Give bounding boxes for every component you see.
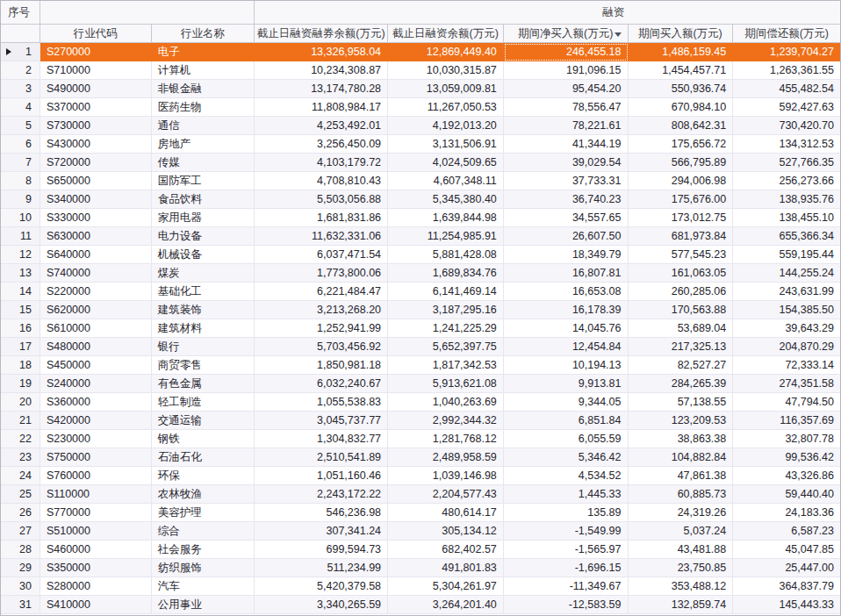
table-row[interactable]: 8S650000国防军工4,708,810.434,607,348.1137,7… bbox=[1, 172, 840, 190]
row-index-cell[interactable]: 29 bbox=[1, 559, 40, 577]
value-cell[interactable]: 364,837.79 bbox=[733, 577, 840, 596]
value-cell[interactable]: 154,385.50 bbox=[733, 301, 840, 319]
row-index-cell[interactable]: 4 bbox=[1, 98, 40, 117]
value-cell[interactable]: -1,565.97 bbox=[504, 541, 629, 559]
value-cell[interactable]: 14,045.76 bbox=[504, 319, 629, 338]
column-header-financing-balance[interactable]: 截止日融资余额(万元) bbox=[388, 25, 504, 43]
value-cell[interactable]: 699,594.73 bbox=[255, 541, 388, 559]
value-cell[interactable]: 5,345,380.40 bbox=[388, 190, 504, 209]
industry-name-cell[interactable]: 石油石化 bbox=[152, 448, 255, 467]
value-cell[interactable]: 1,304,832.77 bbox=[255, 430, 388, 448]
value-cell[interactable]: 5,881,428.08 bbox=[388, 246, 504, 264]
value-cell[interactable]: 307,341.24 bbox=[255, 522, 388, 541]
industry-code-cell[interactable]: S450000 bbox=[40, 356, 152, 375]
industry-code-cell[interactable]: S220000 bbox=[40, 283, 152, 301]
industry-name-cell[interactable]: 国防军工 bbox=[152, 172, 255, 190]
industry-code-cell[interactable]: S430000 bbox=[40, 135, 152, 154]
index-column-header[interactable]: 序号 bbox=[1, 1, 40, 25]
industry-name-cell[interactable]: 基础化工 bbox=[152, 283, 255, 301]
column-header-buy[interactable]: 期间买入额(万元) bbox=[629, 25, 734, 43]
value-cell[interactable]: 144,255.24 bbox=[733, 264, 840, 283]
value-cell[interactable]: 191,096.15 bbox=[504, 61, 629, 80]
industry-name-cell[interactable]: 钢铁 bbox=[152, 430, 255, 448]
value-cell[interactable]: 99,536.42 bbox=[733, 448, 840, 467]
row-index-cell[interactable]: 25 bbox=[1, 485, 40, 504]
value-cell[interactable]: 11,632,331.06 bbox=[255, 227, 388, 246]
value-cell[interactable]: 3,256,450.09 bbox=[255, 135, 388, 154]
value-cell[interactable]: -12,583.59 bbox=[504, 596, 629, 614]
value-cell[interactable]: 2,510,541.89 bbox=[255, 448, 388, 467]
industry-name-cell[interactable]: 通信 bbox=[152, 117, 255, 135]
value-cell[interactable]: -1,549.99 bbox=[504, 522, 629, 541]
value-cell[interactable]: 116,357.69 bbox=[733, 412, 840, 430]
industry-code-cell[interactable]: S610000 bbox=[40, 319, 152, 338]
value-cell[interactable]: 37,733.31 bbox=[504, 172, 629, 190]
industry-name-cell[interactable]: 电子 bbox=[152, 43, 255, 61]
value-cell[interactable]: 10,030,315.87 bbox=[388, 61, 504, 80]
value-cell[interactable]: 6,851.84 bbox=[504, 412, 629, 430]
row-index-cell[interactable]: 9 bbox=[1, 190, 40, 209]
value-cell[interactable]: 246,455.18 bbox=[504, 43, 629, 61]
value-cell[interactable]: 1,445.33 bbox=[504, 485, 629, 504]
value-cell[interactable]: 39,643.29 bbox=[733, 319, 840, 338]
value-cell[interactable]: 13,174,780.28 bbox=[255, 80, 388, 98]
value-cell[interactable]: 1,773,800.06 bbox=[255, 264, 388, 283]
value-cell[interactable]: 24,183.36 bbox=[733, 504, 840, 522]
value-cell[interactable]: 161,063.05 bbox=[629, 264, 734, 283]
value-cell[interactable]: 10,194.13 bbox=[504, 356, 629, 375]
value-cell[interactable]: 5,913,621.08 bbox=[388, 375, 504, 393]
value-cell[interactable]: 1,040,263.69 bbox=[388, 393, 504, 412]
industry-code-cell[interactable]: S340000 bbox=[40, 190, 152, 209]
row-index-cell[interactable]: 8 bbox=[1, 172, 40, 190]
table-row[interactable]: 13S740000煤炭1,773,800.061,689,834.7616,80… bbox=[1, 264, 840, 283]
industry-code-cell[interactable]: S730000 bbox=[40, 117, 152, 135]
value-cell[interactable]: 1,039,146.98 bbox=[388, 467, 504, 485]
value-cell[interactable]: 47,861.38 bbox=[629, 467, 734, 485]
industry-name-cell[interactable]: 公用事业 bbox=[152, 596, 255, 614]
value-cell[interactable]: 132,859.74 bbox=[629, 596, 734, 614]
value-cell[interactable]: 1,281,768.12 bbox=[388, 430, 504, 448]
value-cell[interactable]: 559,195.44 bbox=[733, 246, 840, 264]
value-cell[interactable]: 260,285.06 bbox=[629, 283, 734, 301]
industry-name-cell[interactable]: 有色金属 bbox=[152, 375, 255, 393]
value-cell[interactable]: 78,221.61 bbox=[504, 117, 629, 135]
sort-descending-icon[interactable] bbox=[615, 32, 622, 37]
industry-name-cell[interactable]: 房地产 bbox=[152, 135, 255, 154]
value-cell[interactable]: 47,794.50 bbox=[733, 393, 840, 412]
value-cell[interactable]: 5,346.42 bbox=[504, 448, 629, 467]
value-cell[interactable]: 16,653.08 bbox=[504, 283, 629, 301]
value-cell[interactable]: 39,029.54 bbox=[504, 154, 629, 172]
table-row[interactable]: 31S410000公用事业3,340,265.593,264,201.40-12… bbox=[1, 596, 840, 614]
value-cell[interactable]: 43,481.88 bbox=[629, 541, 734, 559]
value-cell[interactable]: 104,882.84 bbox=[629, 448, 734, 467]
industry-code-cell[interactable]: S410000 bbox=[40, 596, 152, 614]
value-cell[interactable]: 592,427.63 bbox=[733, 98, 840, 117]
value-cell[interactable]: 26,607.50 bbox=[504, 227, 629, 246]
value-cell[interactable]: 3,213,268.20 bbox=[255, 301, 388, 319]
industry-code-cell[interactable]: S710000 bbox=[40, 61, 152, 80]
value-cell[interactable]: 6,032,240.67 bbox=[255, 375, 388, 393]
industry-name-cell[interactable]: 家用电器 bbox=[152, 209, 255, 227]
industry-code-cell[interactable]: S620000 bbox=[40, 301, 152, 319]
industry-name-cell[interactable]: 传媒 bbox=[152, 154, 255, 172]
industry-name-cell[interactable]: 农林牧渔 bbox=[152, 485, 255, 504]
value-cell[interactable]: 34,557.65 bbox=[504, 209, 629, 227]
value-cell[interactable]: 1,239,704.27 bbox=[733, 43, 840, 61]
industry-code-cell[interactable]: S650000 bbox=[40, 172, 152, 190]
value-cell[interactable]: 1,241,225.29 bbox=[388, 319, 504, 338]
value-cell[interactable]: 5,037.24 bbox=[629, 522, 734, 541]
value-cell[interactable]: 243,631.99 bbox=[733, 283, 840, 301]
industry-code-cell[interactable]: S370000 bbox=[40, 98, 152, 117]
industry-name-cell[interactable]: 食品饮料 bbox=[152, 190, 255, 209]
value-cell[interactable]: 13,326,958.04 bbox=[255, 43, 388, 61]
industry-name-cell[interactable]: 非银金融 bbox=[152, 80, 255, 98]
value-cell[interactable]: 170,563.88 bbox=[629, 301, 734, 319]
value-cell[interactable]: 204,870.29 bbox=[733, 338, 840, 356]
row-index-cell[interactable]: 7 bbox=[1, 154, 40, 172]
table-row[interactable]: 3S490000非银金融13,174,780.2813,059,009.8195… bbox=[1, 80, 840, 98]
value-cell[interactable]: 41,344.19 bbox=[504, 135, 629, 154]
row-index-cell[interactable]: 26 bbox=[1, 504, 40, 522]
industry-code-cell[interactable]: S720000 bbox=[40, 154, 152, 172]
value-cell[interactable]: 294,006.98 bbox=[629, 172, 734, 190]
row-index-cell[interactable]: 30 bbox=[1, 577, 40, 596]
